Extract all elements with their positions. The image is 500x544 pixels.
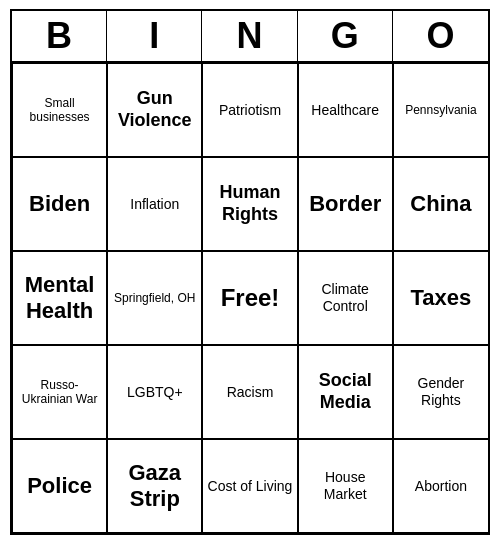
bingo-cell: Border	[298, 157, 393, 251]
bingo-cell: Climate Control	[298, 251, 393, 345]
bingo-cell: Free!	[202, 251, 297, 345]
bingo-cell: Inflation	[107, 157, 202, 251]
bingo-cell: Racism	[202, 345, 297, 439]
bingo-grid: Small businessesGun ViolencePatriotismHe…	[12, 63, 488, 533]
bingo-header-letter: O	[393, 11, 488, 61]
bingo-cell: Russo-Ukrainian War	[12, 345, 107, 439]
bingo-cell: Human Rights	[202, 157, 297, 251]
bingo-cell: Gun Violence	[107, 63, 202, 157]
bingo-cell: Social Media	[298, 345, 393, 439]
bingo-cell: Police	[12, 439, 107, 533]
bingo-cell: House Market	[298, 439, 393, 533]
bingo-cell: Patriotism	[202, 63, 297, 157]
bingo-header-letter: G	[298, 11, 393, 61]
bingo-cell: Pennsylvania	[393, 63, 488, 157]
bingo-cell: Mental Health	[12, 251, 107, 345]
bingo-cell: Cost of Living	[202, 439, 297, 533]
bingo-cell: Healthcare	[298, 63, 393, 157]
bingo-cell: LGBTQ+	[107, 345, 202, 439]
bingo-cell: Gaza Strip	[107, 439, 202, 533]
bingo-cell: Biden	[12, 157, 107, 251]
bingo-cell: Gender Rights	[393, 345, 488, 439]
bingo-header-letter: I	[107, 11, 202, 61]
bingo-header: BINGO	[12, 11, 488, 63]
bingo-header-letter: N	[202, 11, 297, 61]
bingo-cell: Taxes	[393, 251, 488, 345]
bingo-header-letter: B	[12, 11, 107, 61]
bingo-cell: Small businesses	[12, 63, 107, 157]
bingo-cell: China	[393, 157, 488, 251]
bingo-card: BINGO Small businessesGun ViolencePatrio…	[10, 9, 490, 535]
bingo-cell: Springfield, OH	[107, 251, 202, 345]
bingo-cell: Abortion	[393, 439, 488, 533]
